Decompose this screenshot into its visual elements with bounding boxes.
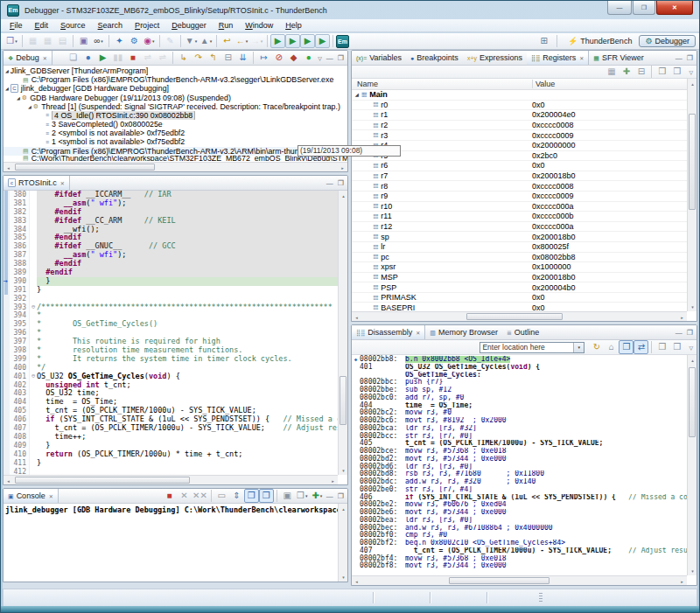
close-debug-tab-icon[interactable]: ✕ (43, 55, 47, 61)
editor-line[interactable]: 410 return (OS_PCLK_TIMER/1000u) * time … (4, 450, 338, 459)
menu-source[interactable]: Source (54, 20, 92, 31)
code-line[interactable]: /***************************************… (37, 303, 338, 312)
code-line[interactable]: * resolution time measurement functions. (37, 346, 338, 355)
disassembly-line[interactable]: 08002bd2:movt r3, #57344 ; 0xe000 (352, 456, 687, 463)
editor-line[interactable]: 380 #ifdef __ICCARM__ // IAR (4, 191, 338, 199)
pin-console-button[interactable]: ▣ (280, 489, 295, 503)
line-number[interactable]: 390 (10, 277, 30, 286)
editor-line[interactable]: 408 time++; (4, 433, 338, 442)
editor-line[interactable]: 397* This routine is required for high (4, 338, 338, 346)
location-input[interactable] (480, 343, 573, 352)
maximize-view-button[interactable]: ❐ (338, 492, 344, 500)
editor-line[interactable]: 406 if (SYS_INT_CTRL_STATE & (1uL << SYS… (4, 415, 338, 424)
minimize-window-button[interactable]: — (607, 1, 632, 15)
instruction-stepping-button[interactable]: ⇊ (235, 51, 250, 65)
register-row[interactable]: ⣿⣿lr0x800025f (352, 242, 687, 253)
scroll-right-button[interactable]: ▸ (338, 163, 347, 172)
use-step-filters-button[interactable]: ↦ (256, 51, 271, 65)
line-number[interactable]: 383 (10, 217, 30, 226)
code-line[interactable]: } (37, 286, 338, 295)
maximize-view-button[interactable]: ❐ (338, 54, 344, 62)
tab-memory-browser[interactable]: ▥Memory Browser (425, 325, 502, 339)
scroll-down-button[interactable]: ▾ (688, 566, 697, 575)
line-number[interactable]: 396 (10, 329, 30, 338)
code-line[interactable]: #endif (37, 268, 338, 277)
editor-line[interactable]: 395* OS_GetTime_Cycles() (4, 320, 338, 329)
tab-variables[interactable]: (x)=Variables (352, 51, 406, 65)
title-bar[interactable]: Em Debugger - STM32F103ZE_MB672_embOS_Bl… (1, 1, 699, 19)
scroll-up-button[interactable]: ▴ (339, 191, 348, 200)
code-line[interactable] (37, 468, 338, 476)
disassembly-listing[interactable]: ◆08002bb8:b.n 0x8002bb8 <OS_Idle+4>401OS… (352, 355, 687, 575)
code-line[interactable]: } (37, 459, 338, 468)
tab-expressions[interactable]: x+yExpressions (463, 51, 527, 65)
editor-line[interactable]: 383 #ifdef __CC_ARM // KEIL (4, 217, 338, 226)
fold-marker-icon[interactable]: ⊖ (30, 373, 37, 381)
register-row[interactable]: ⣿⣿r80xcccc0008 (352, 181, 687, 192)
annotation-ruler[interactable] (4, 303, 10, 312)
disassembly-line[interactable]: 08002bf4:movw r3, #57368 ; 0xe018 (352, 555, 687, 563)
code-line[interactable]: __asm(" wfi"); (37, 251, 338, 260)
line-number[interactable]: 410 (10, 450, 30, 459)
code-line[interactable]: __asm(" wfi"); (37, 199, 338, 208)
editor-line[interactable]: 386 #ifdef __GNUC__ // GCC (4, 242, 338, 251)
debug-tree-item[interactable]: ▤C:\Work\ThunderBench\clearworkspace\STM… (4, 156, 347, 161)
editor-line[interactable]: 402 unsigned int t_cnt; (4, 381, 338, 390)
code-line[interactable]: if (SYS_INT_CTRL_STATE & (1uL << SYS_PEN… (37, 415, 338, 424)
line-number[interactable]: 403 (10, 389, 30, 398)
view-menu-button[interactable]: ▽ (318, 55, 322, 61)
open-perspective-button[interactable]: ⊞ (536, 34, 551, 48)
annotation-ruler[interactable] (4, 251, 10, 260)
disassembly-line[interactable]: 08002bbe:sub sp, #12 (352, 387, 687, 394)
register-row[interactable]: ⣿⣿sp0x200018b0 (352, 232, 687, 242)
editor-line[interactable]: 412 (4, 468, 338, 476)
goto-pc-home-button[interactable]: ⌂ (604, 340, 619, 354)
console-output[interactable]: jlink_debugger [GDB Hardware Debugging] … (4, 504, 338, 582)
annotation-ruler[interactable] (4, 226, 10, 234)
editor-line[interactable]: 381 __asm(" wfi"); (4, 199, 338, 208)
line-number[interactable]: 408 (10, 433, 30, 442)
status-bar-grip[interactable] (539, 593, 542, 603)
tab-debug[interactable]: ❖Debug✕ (4, 51, 52, 65)
editor-line[interactable]: 385 #endif (4, 233, 338, 242)
scroll-down-button[interactable]: ▾ (339, 572, 348, 582)
register-row[interactable]: ⣿⣿MSP0x200018b0 (352, 273, 687, 283)
add-register-group-button[interactable]: ✚ (619, 66, 634, 78)
disassembly-line[interactable]: 08002bf2:beq.n 0x8002c10 <OS_GetTime_Cyc… (352, 540, 687, 547)
annotation-ruler[interactable] (4, 442, 10, 450)
expand-arrow-icon[interactable]: ◢ (28, 104, 32, 109)
line-number[interactable]: 391 (10, 286, 30, 295)
editor-line[interactable]: 388 #endif (4, 260, 338, 268)
editor-line[interactable]: 384 __wfi(); (4, 226, 338, 234)
editor-line[interactable]: 401⊖OS_U32 OS_GetTime_Cycles(void) { (4, 373, 338, 381)
line-number[interactable]: 385 (10, 233, 30, 242)
disassembly-line[interactable]: 401OS_U32 OS_GetTime_Cycles(void) { (352, 364, 687, 372)
disassembly-line[interactable]: 08002bf0:cmp r3, #0 (352, 532, 687, 540)
code-line[interactable]: __wfi(); (37, 226, 338, 234)
show-source-toggle[interactable]: ❐ (619, 340, 634, 354)
code-line[interactable]: * (37, 311, 338, 320)
register-row[interactable]: ⣿⣿PRIMASK0x0 (352, 293, 687, 303)
step-into-button[interactable]: ↳ (176, 51, 191, 65)
register-row[interactable]: ⣿⣿r70x200018b0 (352, 171, 687, 182)
fold-marker-icon[interactable]: ⊖ (30, 303, 37, 312)
debug-tree-item[interactable]: ≡1 <symbol is not available> 0xf75edbf2 (4, 137, 347, 146)
tab-registers[interactable]: ⣿⣿Registers✕ (527, 51, 589, 65)
minimize-view-button[interactable]: — (326, 179, 333, 187)
tab-rtosinit-c[interactable]: cRTOSInit.c✕ (4, 176, 70, 190)
search-button[interactable]: ∞▾ (91, 34, 106, 48)
line-number[interactable]: 386 (10, 242, 30, 251)
line-number[interactable]: 382 (10, 208, 30, 217)
debug-tree-item[interactable]: ▤C:\Program Files (x86)\EMPROG\ThunderBe… (4, 147, 347, 156)
editor-line[interactable]: 394* (4, 311, 338, 320)
tab-sfr-viewer[interactable]: ▦SFR Viewer (589, 51, 648, 65)
debug-config-button[interactable]: ⚙ (127, 34, 142, 48)
debug-horizontal-scrollbar[interactable]: ◂ ▸ (4, 162, 347, 171)
code-line[interactable]: t_cnt = (OS_PCLK_TIMER/1000u) - SYS_TICK… (37, 407, 338, 415)
annotation-ruler[interactable] (4, 191, 10, 199)
collapse-all-button[interactable]: ⊟ (634, 66, 648, 78)
emprog-em-button[interactable]: Em (336, 35, 349, 48)
resume-button[interactable]: ▶ (95, 51, 110, 65)
disassembly-line[interactable]: 406if (SYS_INT_CTRL_STATE & (1uL << SYS_… (352, 494, 687, 502)
run-config-button[interactable]: ◉▾ (142, 34, 157, 48)
